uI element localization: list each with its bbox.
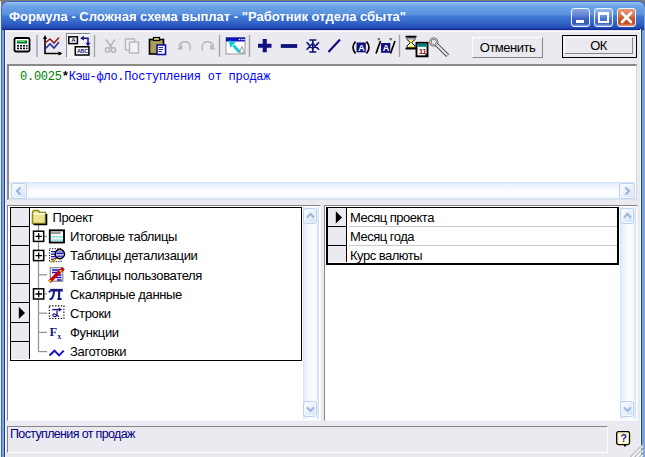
- svg-text:x: x: [58, 332, 62, 341]
- svg-text:ABC: ABC: [77, 48, 88, 54]
- svg-text:F: F: [50, 325, 58, 339]
- svg-text:×: ×: [389, 36, 393, 42]
- svg-text:?: ?: [620, 432, 626, 444]
- svg-text:A: A: [358, 43, 365, 53]
- svg-text:A: A: [383, 43, 390, 53]
- svg-text:A: A: [71, 37, 76, 43]
